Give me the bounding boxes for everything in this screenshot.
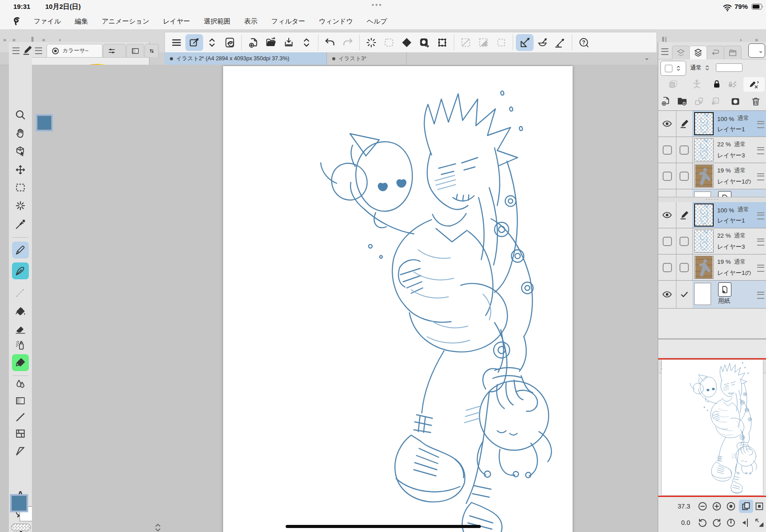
layer-editing-pencil-icon[interactable] — [676, 202, 693, 228]
transfer-layer-icon[interactable] — [694, 96, 704, 107]
layer-opacity-slider[interactable] — [716, 63, 742, 72]
transparent-color-swatch[interactable] — [11, 524, 31, 531]
tab-color-mix[interactable] — [145, 44, 159, 57]
tab-edit-history[interactable] — [707, 46, 724, 59]
layer-edit-checkbox[interactable] — [676, 254, 693, 280]
reset-rotation-icon[interactable] — [726, 517, 736, 528]
new-folder-icon[interactable] — [677, 96, 687, 106]
tool-pencil-icon[interactable] — [12, 242, 29, 258]
layer-row-body[interactable]: 100 %通常レイヤー1 — [692, 202, 766, 228]
spiral-icon[interactable] — [221, 34, 239, 51]
tool-line-icon[interactable] — [12, 409, 29, 426]
multitask-dots[interactable]: ••• — [372, 1, 383, 8]
layer-mask-icon[interactable] — [730, 96, 741, 107]
layer-row-body[interactable]: 22 %通常レイヤー3 — [692, 228, 766, 254]
tab-timeline[interactable] — [724, 46, 742, 59]
layer-row[interactable]: 用紙 — [658, 281, 766, 309]
layer-row-body[interactable]: 19 %通常レイヤー1の — [692, 254, 766, 280]
tab-color-slider[interactable] — [103, 44, 126, 57]
panel-menu-icon[interactable] — [661, 48, 668, 55]
menu-item-6[interactable]: フィルター — [271, 17, 305, 26]
layer-row-body[interactable]: 100 %通常レイヤー1 — [692, 111, 766, 137]
layer-visible-eye-icon[interactable] — [658, 111, 676, 137]
zoom-100-icon[interactable] — [726, 501, 736, 512]
tool-pen-icon[interactable] — [12, 262, 29, 279]
tab-list-chevron-icon[interactable]: ⌄ — [644, 54, 650, 62]
layer-row[interactable]: 100 %通常レイヤー1 — [658, 111, 766, 137]
spinner-icon[interactable] — [362, 34, 380, 51]
layer-draw-target-check-icon[interactable] — [676, 281, 693, 308]
canvas-area[interactable] — [32, 65, 658, 532]
flip-horizontal-icon[interactable] — [741, 517, 751, 528]
rotate-ccw-icon[interactable] — [697, 517, 708, 528]
updown-icon[interactable] — [298, 34, 315, 51]
menu-item-4[interactable]: 選択範囲 — [204, 17, 231, 26]
menu-icon[interactable] — [168, 34, 185, 51]
layer-row[interactable]: 22 %通常レイヤー3 — [658, 228, 766, 254]
layer-visible-checkbox[interactable] — [658, 137, 676, 163]
expand-corner-icon[interactable] — [754, 517, 765, 528]
layer-visible-checkbox[interactable] — [658, 254, 676, 280]
menu-item-7[interactable]: ウィンドウ — [319, 17, 353, 26]
doc-tab-active[interactable]: イラスト2* (A4 2894 x 4093px 350dpi 37.3%) — [165, 52, 327, 65]
menu-item-5[interactable]: 表示 — [244, 17, 258, 26]
tool-move-icon[interactable] — [12, 161, 29, 178]
collapse-panel-chevrons-icon[interactable] — [153, 522, 163, 532]
layer-visible-checkbox[interactable] — [658, 163, 676, 189]
layer-row-body[interactable]: 用紙 — [692, 189, 766, 197]
layer-edit-checkbox[interactable] — [676, 163, 693, 189]
newdoc-icon[interactable] — [244, 34, 262, 51]
canvas-page[interactable] — [223, 66, 573, 532]
tool-dropper-icon[interactable] — [12, 216, 29, 233]
tool-zoomt-icon[interactable] — [12, 106, 29, 123]
tab-layers[interactable] — [689, 46, 707, 59]
blend-mode-select[interactable]: 通常 — [687, 61, 713, 75]
doc-tab-inactive[interactable]: イラスト3* — [327, 52, 407, 65]
menu-item-3[interactable]: レイヤー — [163, 17, 190, 26]
foreground-color-swatch[interactable] — [12, 496, 27, 511]
delete-layer-icon[interactable] — [750, 96, 761, 107]
lasso-icon[interactable] — [380, 34, 398, 51]
open-icon[interactable] — [262, 34, 280, 51]
invsel-icon[interactable] — [475, 34, 492, 51]
layer-row[interactable]: 100 %通常レイヤー1 — [658, 202, 766, 228]
desel-icon[interactable] — [457, 34, 475, 51]
layer-edit-checkbox[interactable] — [676, 228, 693, 254]
layer-visible-eye-icon[interactable] — [658, 202, 676, 228]
tool-flag-icon[interactable] — [12, 442, 29, 459]
layer-row[interactable]: 19 %通常レイヤー1の — [658, 163, 766, 189]
tool-cube-icon[interactable] — [12, 143, 29, 160]
merge-down-icon[interactable] — [710, 96, 720, 107]
panel-expand-left-icon[interactable]: » — [3, 36, 6, 43]
layer-editing-pencil-icon[interactable] — [676, 111, 693, 137]
tool-blend-icon[interactable] — [12, 376, 29, 393]
menu-item-2[interactable]: アニメーション — [102, 17, 149, 26]
tool-bucket-icon[interactable] — [12, 303, 29, 320]
save-icon[interactable] — [280, 34, 298, 51]
tool-spray-icon[interactable] — [12, 337, 29, 354]
menu-item-8[interactable]: ヘルプ — [367, 17, 387, 26]
tab-color-set[interactable] — [126, 44, 144, 57]
foreground-color-swatch[interactable] — [37, 116, 51, 130]
snap-icon[interactable] — [516, 34, 534, 51]
lock-layer-icon[interactable] — [711, 79, 722, 90]
layer-row[interactable]: 22 %通常レイヤー3 — [658, 137, 766, 163]
redo-icon[interactable] — [339, 34, 357, 51]
updown-icon[interactable] — [203, 34, 221, 51]
tool-frame-icon[interactable] — [12, 425, 29, 442]
layer-thumb-size-control[interactable] — [660, 61, 686, 76]
penbox-icon[interactable] — [185, 34, 203, 51]
selbox-icon[interactable] — [492, 34, 510, 51]
panel-collapse-button[interactable]: ⌄ — [748, 43, 765, 58]
panel-menu-icon[interactable] — [35, 47, 42, 54]
rotobj-icon[interactable] — [416, 34, 433, 51]
help-icon[interactable] — [575, 34, 593, 51]
rotate-cw-icon[interactable] — [711, 517, 722, 528]
transform-icon[interactable] — [433, 34, 451, 51]
home-indicator[interactable] — [286, 525, 481, 528]
tab-layer-property[interactable] — [672, 46, 690, 59]
layer-visible-checkbox[interactable] — [658, 228, 676, 254]
zoom-out-icon[interactable] — [697, 501, 708, 512]
layer-edit-checkbox[interactable] — [676, 137, 693, 163]
fit-to-page-icon[interactable] — [754, 501, 765, 512]
